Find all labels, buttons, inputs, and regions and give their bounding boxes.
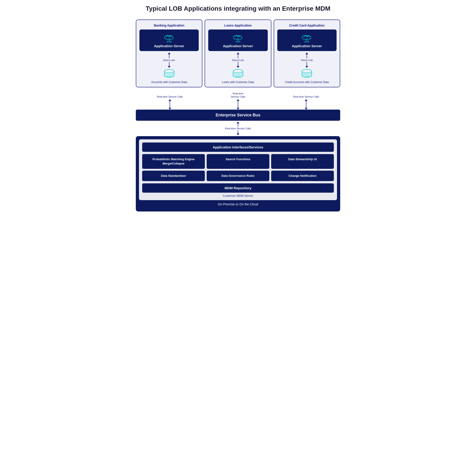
svg-point-9 [168,77,168,77]
direct-link-label: Direct Link [163,59,175,62]
svg-point-11 [170,77,171,77]
left-connector: Real-time Service Calls [136,95,204,110]
svg-point-33 [305,77,306,77]
esb-arrow-down [237,133,239,135]
credit-server-label: Application Server [292,44,322,48]
customer-mdm-label: Customer MDM Server [142,194,334,197]
svg-point-8 [164,69,174,73]
loans-app-box: Loans Application Application Server [205,20,271,87]
banking-app-title: Banking Application [154,24,184,27]
arrow-down-left [168,108,171,110]
cloud-server-icon-loans [231,33,245,43]
arrow-up [237,52,239,54]
mdm-outer-container: Application Interfaces/Services Probabil… [136,136,340,211]
credit-server-block: Application Server [277,29,337,51]
on-premise-label: On-Premise or On the Cloud [139,200,337,208]
svg-point-34 [307,77,307,77]
db-icon-loans [232,69,244,79]
esb-arrow-up [237,122,239,123]
loans-direct-link: Direct Link [232,52,244,68]
banking-server-block: Application Server [139,29,199,51]
db-icon [163,69,175,79]
direct-link-label-loans: Direct Link [232,59,244,62]
banking-app-box: Banking Application Application Server [136,20,202,87]
page-container: Typical LOB Applications integrating wit… [136,5,340,211]
credit-app-box: Credit Card Application Application Serv… [274,20,340,87]
svg-point-21 [236,77,237,77]
arrow-down [168,66,171,68]
loans-server-label: Application Server [223,44,253,48]
credit-app-title: Credit Card Application [289,24,325,27]
loans-app-title: Loans Application [224,24,252,27]
banking-direct-link: Direct Link [163,52,175,68]
db-icon-credit [301,69,313,79]
arrow-up-right [305,99,308,101]
center-connector-label: Real-time Service Calls [231,92,245,99]
service-box-change-notification: Change Notification [271,171,334,181]
svg-point-32 [302,69,312,73]
mdm-inner-container: Application Interfaces/Services Probabil… [139,139,337,200]
arrow-down [305,66,308,68]
arrow-down-right [305,108,308,110]
app-interfaces-bar: Application Interfaces/Services [142,143,334,152]
cloud-server-icon [162,33,176,43]
arrow-down-center [237,108,239,110]
credit-direct-link: Direct Link [301,52,313,68]
arrow-up [168,52,171,54]
esb-to-mdm-connector: Real-time Service Calls [136,122,340,135]
cloud-server-icon-credit [300,33,314,43]
svg-rect-14 [235,38,241,39]
service-box-search: Search Functions [207,154,269,169]
credit-db-label: Credit Accounts with Customer Data [285,80,329,84]
service-box-probabilistic: Probabilistic Matching Engine Merge/Coll… [142,154,205,169]
right-connector-label: Real-time Service Calls [293,95,319,98]
arrow-down [237,66,239,68]
connector-row: Real-time Service Calls Real-time Servic… [136,89,340,110]
loans-server-block: Application Server [208,29,268,51]
loans-db-label: Loans with Customer Data [222,80,254,84]
banking-server-label: Application Server [154,44,184,48]
banking-db-label: Accounts with Customer Data [151,80,187,84]
arrow-up [305,52,308,54]
main-title: Typical LOB Applications integrating wit… [136,5,340,13]
service-box-governance: Data Governance Rules [207,171,269,181]
left-connector-label: Real-time Service Calls [157,95,183,98]
svg-point-22 [238,77,238,77]
svg-point-35 [308,77,308,77]
center-connector: Real-time Service Calls [204,92,272,110]
svg-rect-26 [304,38,310,39]
svg-point-23 [239,77,240,77]
arrow-up-left [168,99,171,101]
top-apps-row: Banking Application Application Server [136,20,340,87]
svg-point-20 [233,69,243,73]
service-box-standardizer: Data Standardizer [142,171,205,181]
mdm-repo-bar: MDM Repository [142,183,334,193]
direct-link-label-credit: Direct Link [301,59,313,62]
svg-point-10 [169,77,169,77]
service-box-data-stewardship: Data Stewardship UI [271,154,334,169]
esb-connector-label: Real-time Service Calls [225,127,251,130]
services-grid: Probabilistic Matching Engine Merge/Coll… [142,154,334,181]
esb-bar: Enterprise Service Bus [136,110,340,121]
right-connector: Real-time Service Calls [272,95,340,110]
svg-rect-2 [166,38,172,39]
arrow-up-center [237,99,239,101]
